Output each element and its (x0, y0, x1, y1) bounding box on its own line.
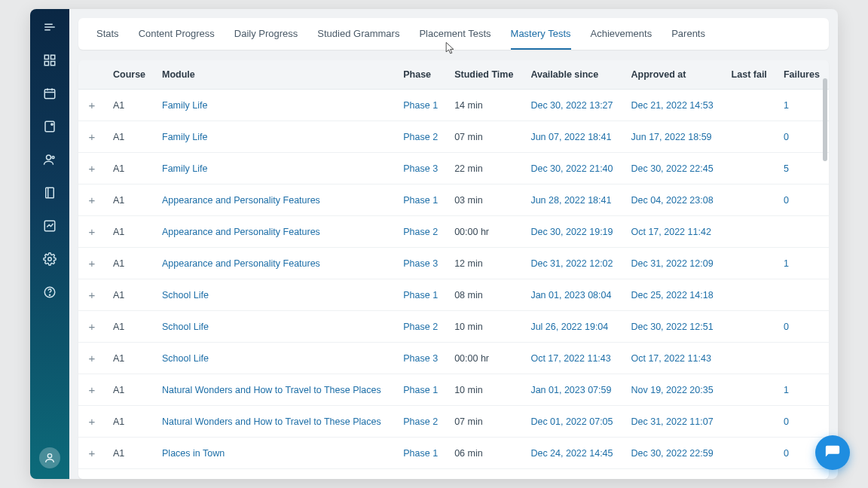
expand-row-button[interactable]: + (86, 194, 98, 206)
chart-icon[interactable] (42, 218, 57, 233)
book-icon[interactable] (42, 119, 57, 134)
tab-achievements[interactable]: Achievements (591, 18, 653, 50)
cell-failures[interactable]: 0 (776, 469, 829, 480)
cell-approved[interactable]: Dec 30, 2022 22:59 (624, 438, 724, 469)
cell-module[interactable]: Family Life (154, 153, 396, 185)
cell-failures[interactable]: 1 (776, 248, 829, 279)
cell-phase[interactable]: Phase 3 (396, 343, 447, 374)
cell-available[interactable]: Jan 01, 2023 07:59 (523, 374, 623, 406)
cell-failures[interactable]: 0 (776, 185, 829, 216)
expand-row-button[interactable]: + (86, 352, 98, 364)
cell-phase[interactable]: Phase 2 (396, 311, 447, 343)
cell-module[interactable]: Appearance and Personality Features (154, 248, 396, 279)
settings-icon[interactable] (42, 252, 57, 267)
cell-available[interactable]: Dec 31, 2022 09:56 (523, 469, 623, 480)
expand-row-button[interactable]: + (86, 288, 98, 301)
cell-phase[interactable]: Phase 3 (396, 153, 447, 185)
cell-phase[interactable]: Phase 1 (396, 374, 447, 406)
cell-available[interactable]: Dec 24, 2022 14:45 (523, 438, 623, 469)
expand-row-button[interactable]: + (86, 225, 98, 238)
scrollbar[interactable] (823, 78, 827, 161)
cell-available[interactable]: Dec 01, 2022 07:05 (523, 406, 623, 438)
cell-module[interactable]: Family Life (154, 90, 396, 121)
cell-available[interactable]: Oct 17, 2022 11:43 (523, 343, 623, 374)
cell-approved[interactable]: Dec 30, 2022 12:51 (624, 311, 724, 343)
expand-row-button[interactable]: + (86, 383, 98, 396)
svg-point-20 (49, 294, 50, 295)
cell-approved[interactable]: Nov 19, 2022 20:35 (624, 374, 724, 406)
cell-failures[interactable]: 1 (776, 374, 829, 406)
calendar-icon[interactable] (42, 86, 57, 101)
cell-phase[interactable]: Phase 2 (396, 406, 447, 438)
avatar-button[interactable] (39, 447, 60, 468)
cell-failures[interactable]: 0 (776, 406, 829, 438)
cell-phase[interactable]: Phase 1 (396, 279, 447, 311)
cell-approved[interactable]: Dec 25, 2022 14:18 (624, 279, 724, 311)
expand-row-button[interactable]: + (86, 320, 98, 333)
expand-row-button[interactable]: + (86, 447, 98, 459)
cell-available[interactable]: Dec 30, 2022 19:19 (523, 216, 623, 248)
cell-module[interactable]: Appearance and Personality Features (154, 185, 396, 216)
cell-approved[interactable]: Dec 04, 2022 23:08 (624, 185, 724, 216)
cell-available[interactable]: Jun 07, 2022 18:41 (523, 121, 623, 153)
cell-available[interactable]: Dec 31, 2022 12:02 (523, 248, 623, 279)
tab-mastery-tests[interactable]: Mastery Tests (511, 18, 571, 50)
cell-failures[interactable]: 0 (776, 121, 829, 153)
cell-available[interactable]: Dec 30, 2022 21:40 (523, 153, 623, 185)
cell-module[interactable]: Natural Wonders and How to Travel to The… (154, 406, 396, 438)
cell-module[interactable]: Family Life (154, 121, 396, 153)
chat-fab[interactable] (815, 435, 850, 470)
cell-module[interactable]: Places in Town (154, 469, 396, 480)
expand-row-button[interactable]: + (86, 162, 98, 175)
tab-stats[interactable]: Stats (96, 18, 119, 50)
tab-parents[interactable]: Parents (671, 18, 705, 50)
cell-approved[interactable]: Dec 30, 2022 23:10 (624, 469, 724, 480)
cell-failures[interactable]: 5 (776, 153, 829, 185)
cell-module[interactable]: Appearance and Personality Features (154, 216, 396, 248)
cell-phase[interactable]: Phase 2 (396, 469, 447, 480)
cell-failures[interactable]: 0 (776, 311, 829, 343)
cell-module[interactable]: School Life (154, 343, 396, 374)
expand-row-button[interactable]: + (86, 415, 98, 428)
users-icon[interactable] (42, 152, 57, 167)
cell-available[interactable]: Dec 30, 2022 13:27 (523, 90, 623, 121)
cell-studied: 22 min (447, 153, 523, 185)
cell-module[interactable]: School Life (154, 311, 396, 343)
cell-approved[interactable]: Oct 17, 2022 11:42 (624, 216, 724, 248)
cell-approved[interactable]: Dec 30, 2022 22:45 (624, 153, 724, 185)
cell-phase[interactable]: Phase 1 (396, 438, 447, 469)
cell-available[interactable]: Jul 26, 2022 19:04 (523, 311, 623, 343)
cell-failures[interactable]: 1 (776, 90, 829, 121)
cell-phase[interactable]: Phase 2 (396, 121, 447, 153)
cell-phase[interactable]: Phase 3 (396, 248, 447, 279)
tab-content-progress[interactable]: Content Progress (139, 18, 215, 50)
dashboard-icon[interactable] (42, 53, 57, 68)
tab-placement-tests[interactable]: Placement Tests (419, 18, 491, 50)
cell-approved[interactable]: Jun 17, 2022 18:59 (624, 121, 724, 153)
cell-approved[interactable]: Oct 17, 2022 11:43 (624, 343, 724, 374)
cell-phase[interactable]: Phase 1 (396, 90, 447, 121)
cell-approved[interactable]: Dec 31, 2022 12:09 (624, 248, 724, 279)
cell-available[interactable]: Jan 01, 2023 08:04 (523, 279, 623, 311)
expand-row-button[interactable]: + (86, 130, 98, 143)
cell-approved[interactable]: Dec 31, 2022 11:07 (624, 406, 724, 438)
tab-studied-grammars[interactable]: Studied Grammars (317, 18, 399, 50)
cell-module[interactable]: School Life (154, 279, 396, 311)
menu-icon[interactable] (42, 20, 57, 35)
svg-rect-15 (46, 188, 54, 198)
notebook-icon[interactable] (42, 185, 57, 200)
cell-phase[interactable]: Phase 2 (396, 216, 447, 248)
expand-row-button[interactable]: + (86, 478, 98, 479)
cell-lastfail (724, 469, 776, 480)
expand-row-button[interactable]: + (86, 257, 98, 270)
cell-module[interactable]: Places in Town (154, 438, 396, 469)
cell-approved[interactable]: Dec 21, 2022 14:53 (624, 90, 724, 121)
svg-point-14 (52, 157, 54, 159)
expand-row-button[interactable]: + (86, 99, 98, 111)
cell-phase[interactable]: Phase 1 (396, 185, 447, 216)
sidebar (30, 9, 69, 479)
cell-module[interactable]: Natural Wonders and How to Travel to The… (154, 374, 396, 406)
cell-available[interactable]: Jun 28, 2022 18:41 (523, 185, 623, 216)
help-icon[interactable] (42, 285, 57, 300)
tab-daily-progress[interactable]: Daily Progress (234, 18, 298, 50)
